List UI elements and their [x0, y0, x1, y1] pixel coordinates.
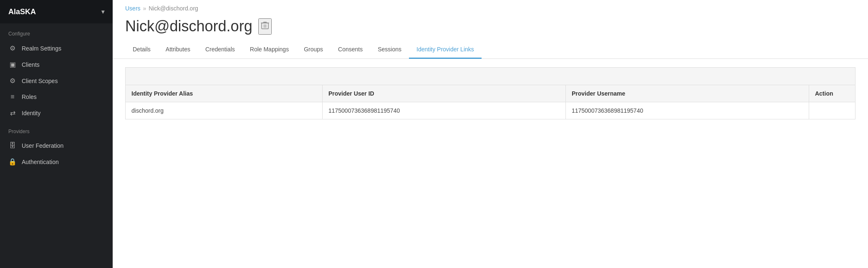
sidebar-item-label: Roles: [22, 94, 37, 100]
chevron-down-icon: ▾: [101, 8, 104, 15]
identity-provider-links-table: Identity Provider Alias Provider User ID…: [125, 85, 855, 119]
sidebar-item-clients[interactable]: ▣ Clients: [0, 56, 113, 73]
breadcrumb: Users » Nick@dischord.org: [113, 0, 868, 13]
column-header-action: Action: [809, 85, 855, 102]
sidebar-item-authentication[interactable]: 🔒 Authentication: [0, 154, 113, 170]
clients-icon: ▣: [8, 61, 17, 68]
sidebar-item-roles[interactable]: ≡ Roles: [0, 89, 113, 105]
trash-icon: [261, 21, 269, 30]
tab-bar: Details Attributes Credentials Role Mapp…: [113, 41, 868, 59]
configure-section-label: Configure: [0, 23, 113, 40]
tab-identity-provider-links[interactable]: Identity Provider Links: [409, 41, 482, 59]
sidebar-item-label: Client Scopes: [22, 78, 58, 84]
authentication-icon: 🔒: [8, 158, 17, 166]
breadcrumb-separator: »: [143, 5, 146, 12]
identity-icon: ⇄: [8, 109, 17, 117]
tab-consents[interactable]: Consents: [331, 41, 370, 59]
table-header-row: Identity Provider Alias Provider User ID…: [126, 85, 855, 102]
tab-sessions[interactable]: Sessions: [370, 41, 409, 59]
sidebar-item-client-scopes[interactable]: ⚙ Client Scopes: [0, 73, 113, 89]
realm-settings-icon: ⚙: [8, 44, 17, 52]
tab-attributes[interactable]: Attributes: [158, 41, 198, 59]
table-row: dischord.org 117500073636898119574​0 117…: [126, 102, 855, 119]
sidebar-item-identity[interactable]: ⇄ Identity: [0, 105, 113, 121]
sidebar-item-realm-settings[interactable]: ⚙ Realm Settings: [0, 40, 113, 56]
tab-details[interactable]: Details: [125, 41, 158, 59]
table-toolbar: [125, 67, 855, 85]
sidebar-item-label: User Federation: [22, 142, 63, 149]
cell-user-id: 117500073636898119574​0: [322, 102, 565, 119]
sidebar-item-label: Clients: [22, 61, 40, 68]
breadcrumb-parent-link[interactable]: Users: [125, 5, 141, 12]
column-header-user-id: Provider User ID: [322, 85, 565, 102]
sidebar-item-label: Realm Settings: [22, 45, 61, 52]
app-name: AlaSKA: [8, 8, 36, 16]
delete-user-button[interactable]: [258, 18, 272, 35]
column-header-alias: Identity Provider Alias: [126, 85, 323, 102]
sidebar-item-user-federation[interactable]: 🗄 User Federation: [0, 138, 113, 154]
providers-section-label: Providers: [0, 121, 113, 138]
tab-role-mappings[interactable]: Role Mappings: [242, 41, 296, 59]
page-header: Nick@dischord.org: [113, 13, 868, 41]
cell-action: [809, 102, 855, 119]
client-scopes-icon: ⚙: [8, 77, 17, 85]
tab-groups[interactable]: Groups: [296, 41, 331, 59]
breadcrumb-current: Nick@dischord.org: [149, 5, 198, 12]
column-header-username: Provider Username: [565, 85, 809, 102]
page-title: Nick@dischord.org: [125, 18, 252, 35]
sidebar: AlaSKA ▾ Configure ⚙ Realm Settings ▣ Cl…: [0, 0, 113, 268]
user-federation-icon: 🗄: [8, 142, 17, 149]
table-area: Identity Provider Alias Provider User ID…: [113, 59, 868, 268]
cell-alias: dischord.org: [126, 102, 323, 119]
app-header[interactable]: AlaSKA ▾: [0, 0, 113, 23]
tab-credentials[interactable]: Credentials: [198, 41, 242, 59]
cell-username: 117500073636898119574​0: [565, 102, 809, 119]
sidebar-item-label: Identity: [22, 110, 40, 116]
sidebar-item-label: Authentication: [22, 159, 59, 165]
main-content: Users » Nick@dischord.org Nick@dischord.…: [113, 0, 868, 268]
svg-rect-0: [262, 23, 268, 29]
roles-icon: ≡: [8, 93, 17, 101]
